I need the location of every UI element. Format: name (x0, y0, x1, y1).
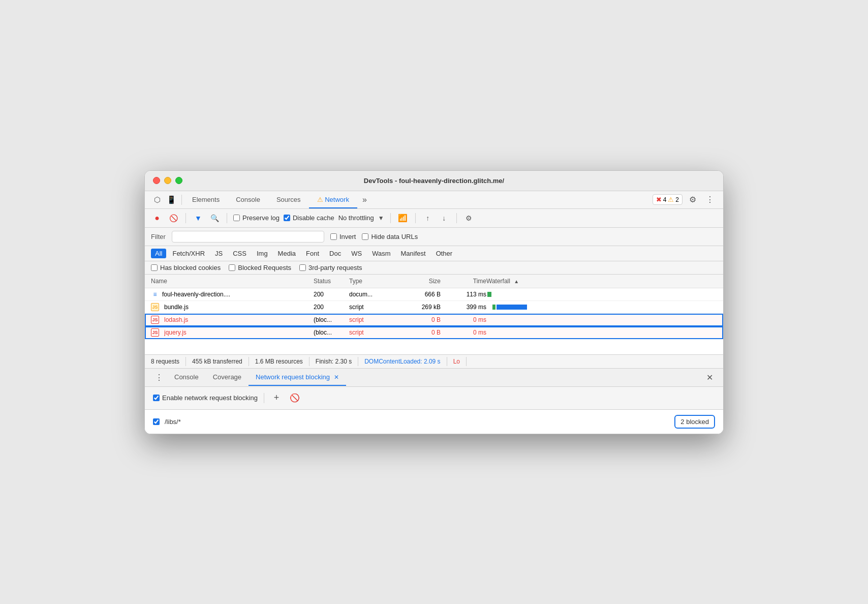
type-filter-ws[interactable]: WS (347, 249, 366, 258)
enable-blocking-checkbox[interactable]: Enable network request blocking (153, 394, 258, 402)
tab-sources[interactable]: Sources (268, 192, 309, 208)
settings-button[interactable]: ⚙ (686, 193, 700, 207)
row-waterfall (486, 291, 717, 298)
load-time: Lo (447, 357, 467, 366)
network-warning-icon: ⚠ (317, 196, 323, 203)
blocking-pattern: /libs/* (165, 418, 669, 426)
add-pattern-button[interactable]: + (270, 392, 283, 404)
device-toggle-icon[interactable]: 📱 (164, 191, 179, 208)
col-header-status[interactable]: Status (314, 278, 349, 285)
type-filter-css[interactable]: CSS (229, 249, 251, 258)
bottom-panel: ⋮ Console Coverage Network request block… (145, 369, 723, 434)
close-panel-button[interactable]: ✕ (702, 369, 717, 386)
row-waterfall (486, 304, 717, 311)
type-filter-js[interactable]: JS (211, 249, 227, 258)
preserve-log-input[interactable] (233, 215, 240, 221)
col-header-size[interactable]: Size (395, 278, 441, 285)
bottom-more-button[interactable]: ⋮ (151, 369, 167, 386)
blocked-icon: JS (151, 328, 159, 337)
upload-button[interactable]: ↑ (422, 212, 434, 224)
col-header-type[interactable]: Type (349, 278, 395, 285)
tab-console[interactable]: Console (228, 192, 268, 208)
more-menu-button[interactable]: ⋮ (703, 193, 717, 207)
tab-network[interactable]: ⚠ Network (309, 192, 357, 208)
type-filter-font[interactable]: Font (302, 249, 323, 258)
download-button[interactable]: ↓ (438, 212, 450, 224)
blocked-cookies-input[interactable] (151, 264, 158, 271)
type-filter-fetchxhr[interactable]: Fetch/XHR (168, 249, 209, 258)
pattern-checkbox[interactable] (153, 418, 160, 425)
bottom-tab-network-blocking[interactable]: Network request blocking ✕ (249, 369, 346, 386)
requests-count: 8 requests (151, 357, 186, 366)
type-filter-other[interactable]: Other (432, 249, 457, 258)
row-time: 113 ms (441, 291, 486, 298)
dom-content-loaded: DOMContentLoaded: 2.09 s (358, 357, 447, 366)
sort-icon: ▲ (514, 279, 519, 284)
third-party-input[interactable] (299, 264, 306, 271)
type-filter-media[interactable]: Media (274, 249, 300, 258)
type-filter-img[interactable]: Img (253, 249, 272, 258)
close-button[interactable] (153, 177, 160, 184)
row-type: script (349, 316, 395, 323)
clear-patterns-button[interactable]: 🚫 (289, 392, 301, 404)
close-tab-icon[interactable]: ✕ (334, 374, 339, 381)
clear-button[interactable]: 🚫 (167, 212, 179, 224)
main-tabs-row: ⬡ 📱 Elements Console Sources ⚠ Network »… (145, 191, 723, 209)
network-table: Name Status Type Size Time Waterfall ▲ ≡… (145, 275, 723, 354)
disable-cache-checkbox[interactable]: Disable cache (284, 214, 334, 222)
warning-icon: ⚠ (668, 196, 674, 203)
type-filter-manifest[interactable]: Manifest (396, 249, 429, 258)
blocked-requests-input[interactable] (229, 264, 235, 271)
row-waterfall (486, 316, 717, 323)
record-button[interactable]: ● (151, 212, 163, 224)
table-row[interactable]: JS bundle.js 200 script 269 kB 399 ms (145, 301, 723, 314)
table-row[interactable]: JS jquery.js (bloc... script 0 B 0 ms (145, 326, 723, 339)
row-name: jquery.js (164, 329, 314, 336)
hide-data-urls-checkbox[interactable]: Hide data URLs (362, 233, 418, 240)
preserve-log-checkbox[interactable]: Preserve log (233, 214, 280, 222)
blocked-cookies-label: Has blocked cookies (160, 264, 221, 271)
invert-label: Invert (339, 233, 356, 240)
hide-data-urls-input[interactable] (362, 233, 368, 240)
third-party-checkbox[interactable]: 3rd-party requests (299, 264, 362, 271)
col-header-waterfall: Waterfall ▲ (486, 278, 717, 285)
table-row[interactable]: ≡ foul-heavenly-direction.... 200 docum.… (145, 288, 723, 301)
row-status: 200 (314, 291, 349, 298)
status-bar: 8 requests 455 kB transferred 1.6 MB res… (145, 354, 723, 369)
window-title: DevTools - foul-heavenly-direction.glitc… (364, 177, 504, 185)
table-row[interactable]: JS lodash.js (bloc... script 0 B 0 ms (145, 314, 723, 326)
type-filter-doc[interactable]: Doc (325, 249, 345, 258)
inspector-icon[interactable]: ⬡ (151, 191, 164, 208)
search-button[interactable]: 🔍 (208, 212, 221, 224)
throttle-dropdown-arrow[interactable]: ▼ (378, 215, 384, 222)
row-size: 666 B (395, 291, 441, 298)
finish-time: Finish: 2.30 s (309, 357, 358, 366)
invert-input[interactable] (330, 233, 337, 240)
bottom-tab-coverage[interactable]: Coverage (206, 369, 249, 386)
disable-cache-input[interactable] (284, 215, 290, 221)
maximize-button[interactable] (175, 177, 182, 184)
invert-checkbox[interactable]: Invert (330, 233, 356, 240)
tab-more-button[interactable]: » (357, 191, 372, 208)
type-filter-wasm[interactable]: Wasm (368, 249, 394, 258)
col-header-name[interactable]: Name (151, 278, 314, 285)
minimize-button[interactable] (164, 177, 171, 184)
script-icon: JS (151, 303, 159, 311)
tab-right-controls: ✖ 4 ⚠ 2 ⚙ ⋮ (653, 193, 717, 207)
filter-icon-button[interactable]: ▼ (192, 212, 204, 224)
type-filter-all[interactable]: All (151, 249, 166, 258)
wifi-icon-button[interactable]: 📶 (397, 212, 409, 224)
network-settings-button[interactable]: ⚙ (463, 212, 475, 224)
filter-input[interactable] (172, 231, 324, 243)
doc-icon: ≡ (151, 290, 159, 298)
row-time: 0 ms (441, 329, 486, 336)
enable-blocking-input[interactable] (153, 395, 160, 401)
table-empty-space (145, 339, 723, 354)
tab-elements[interactable]: Elements (184, 192, 228, 208)
row-status: 200 (314, 304, 349, 311)
blocked-requests-checkbox[interactable]: Blocked Requests (229, 264, 291, 271)
col-header-time[interactable]: Time (441, 278, 486, 285)
bottom-tab-console[interactable]: Console (167, 369, 206, 386)
blocked-cookies-checkbox[interactable]: Has blocked cookies (151, 264, 221, 271)
blocking-item-row: /libs/* 2 blocked (145, 410, 723, 434)
